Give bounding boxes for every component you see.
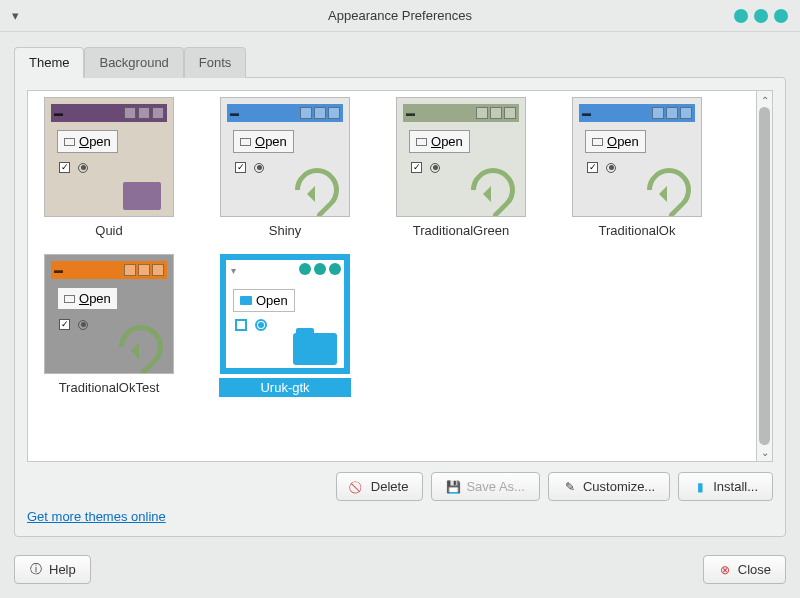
checkbox-icon: ✓ xyxy=(587,162,598,173)
open-button-preview: Open xyxy=(409,130,470,153)
theme-item[interactable]: ▬Open✓Quid xyxy=(34,97,184,240)
window-title: Appearance Preferences xyxy=(0,8,800,23)
theme-item[interactable]: ▬Open✓TraditionalGreen xyxy=(386,97,536,240)
theme-item[interactable]: ▾OpenUruk-gtk xyxy=(210,254,360,397)
scroll-down-icon[interactable]: ⌄ xyxy=(761,445,769,459)
logo-swirl-icon xyxy=(471,168,515,212)
open-label: Open xyxy=(607,134,639,149)
min-icon xyxy=(652,107,664,119)
close-icon xyxy=(152,107,164,119)
tab-label: Theme xyxy=(29,55,69,70)
tabs-container: Theme Background Fonts ▬Open✓Quid▬Open✓S… xyxy=(14,46,786,537)
tab-background[interactable]: Background xyxy=(84,47,183,78)
preview-controls: ✓ xyxy=(235,162,264,173)
button-label: Customize... xyxy=(583,479,655,494)
theme-thumbnail: ▬Open✓ xyxy=(44,254,174,374)
window-controls-icon xyxy=(299,263,341,275)
window-dot-min[interactable] xyxy=(734,9,748,23)
install-button[interactable]: ▮ Install... xyxy=(678,472,773,501)
open-label: Open xyxy=(431,134,463,149)
menu-icon: ▬ xyxy=(54,265,63,275)
theme-item[interactable]: ▬Open✓TraditionalOk xyxy=(562,97,712,240)
button-label: Help xyxy=(49,562,76,577)
theme-label: Quid xyxy=(95,221,122,240)
tab-fonts[interactable]: Fonts xyxy=(184,47,247,78)
preview-titlebar: ▬ xyxy=(51,261,167,279)
help-button[interactable]: ⓘ Help xyxy=(14,555,91,584)
theme-label: Uruk-gtk xyxy=(219,378,351,397)
radio-icon xyxy=(606,163,616,173)
customize-button[interactable]: ✎ Customize... xyxy=(548,472,670,501)
tab-label: Background xyxy=(99,55,168,70)
window-menu-caret[interactable]: ▾ xyxy=(12,8,19,23)
save-icon: 💾 xyxy=(446,480,460,494)
window-dot-max[interactable] xyxy=(754,9,768,23)
preview-titlebar: ▬ xyxy=(227,104,343,122)
menu-icon: ▬ xyxy=(582,108,591,118)
tab-theme[interactable]: Theme xyxy=(14,47,84,78)
close-icon: ⊗ xyxy=(718,563,732,577)
logo-swirl-icon xyxy=(647,168,691,212)
max-icon xyxy=(138,107,150,119)
theme-label: TraditionalOkTest xyxy=(59,378,160,397)
save-as-button: 💾 Save As... xyxy=(431,472,540,501)
min-icon xyxy=(124,107,136,119)
theme-thumbnail: ▬Open✓ xyxy=(44,97,174,217)
pencil-icon: ✎ xyxy=(563,480,577,494)
preview-titlebar: ▬ xyxy=(403,104,519,122)
checkbox-icon xyxy=(235,319,247,331)
radio-icon xyxy=(430,163,440,173)
scroll-up-icon[interactable]: ⌃ xyxy=(761,93,769,107)
info-icon: ⓘ xyxy=(29,563,43,577)
max-icon xyxy=(666,107,678,119)
scroll-track[interactable] xyxy=(757,107,772,445)
radio-icon xyxy=(78,320,88,330)
folder-icon xyxy=(123,182,161,210)
max-icon xyxy=(490,107,502,119)
theme-thumbnail: ▾Open xyxy=(220,254,350,374)
button-label: Delete xyxy=(371,479,409,494)
tab-strip: Theme Background Fonts xyxy=(14,46,786,77)
folder-icon xyxy=(416,138,427,146)
min-icon xyxy=(476,107,488,119)
open-label: Open xyxy=(256,293,288,308)
delete-button[interactable]: ⃠ Delete xyxy=(336,472,424,501)
radio-icon xyxy=(78,163,88,173)
theme-thumbnail: ▬Open✓ xyxy=(572,97,702,217)
checkbox-icon: ✓ xyxy=(235,162,246,173)
theme-item[interactable]: ▬Open✓Shiny xyxy=(210,97,360,240)
theme-gallery[interactable]: ▬Open✓Quid▬Open✓Shiny▬Open✓TraditionalGr… xyxy=(27,90,757,462)
checkbox-icon: ✓ xyxy=(59,319,70,330)
window-controls xyxy=(734,9,788,23)
gallery-wrap: ▬Open✓Quid▬Open✓Shiny▬Open✓TraditionalGr… xyxy=(27,90,773,462)
delete-icon: ⃠ xyxy=(351,480,365,494)
more-themes-link[interactable]: Get more themes online xyxy=(27,509,773,524)
max-icon xyxy=(138,264,150,276)
theme-action-row: ⃠ Delete 💾 Save As... ✎ Customize... ▮ I… xyxy=(27,472,773,501)
close-button[interactable]: ⊗ Close xyxy=(703,555,786,584)
folder-icon xyxy=(293,333,337,365)
theme-thumbnail: ▬Open✓ xyxy=(396,97,526,217)
theme-label: TraditionalOk xyxy=(599,221,676,240)
checkbox-icon: ✓ xyxy=(411,162,422,173)
scroll-thumb[interactable] xyxy=(759,107,770,445)
tab-panel-theme: ▬Open✓Quid▬Open✓Shiny▬Open✓TraditionalGr… xyxy=(14,77,786,537)
folder-icon xyxy=(592,138,603,146)
folder-icon xyxy=(240,138,251,146)
gallery-scrollbar[interactable]: ⌃ ⌄ xyxy=(757,90,773,462)
titlebar: ▾ Appearance Preferences xyxy=(0,0,800,32)
button-label: Close xyxy=(738,562,771,577)
theme-label: Shiny xyxy=(269,221,302,240)
folder-icon xyxy=(64,295,75,303)
theme-item[interactable]: ▬Open✓TraditionalOkTest xyxy=(34,254,184,397)
open-button-preview: Open xyxy=(57,130,118,153)
preview-controls xyxy=(235,319,267,331)
window-dot-close[interactable] xyxy=(774,9,788,23)
folder-icon: ▮ xyxy=(693,480,707,494)
tab-label: Fonts xyxy=(199,55,232,70)
menu-caret-icon: ▾ xyxy=(231,265,236,276)
close-icon xyxy=(504,107,516,119)
open-button-preview: Open xyxy=(585,130,646,153)
max-icon xyxy=(314,107,326,119)
menu-icon: ▬ xyxy=(406,108,415,118)
